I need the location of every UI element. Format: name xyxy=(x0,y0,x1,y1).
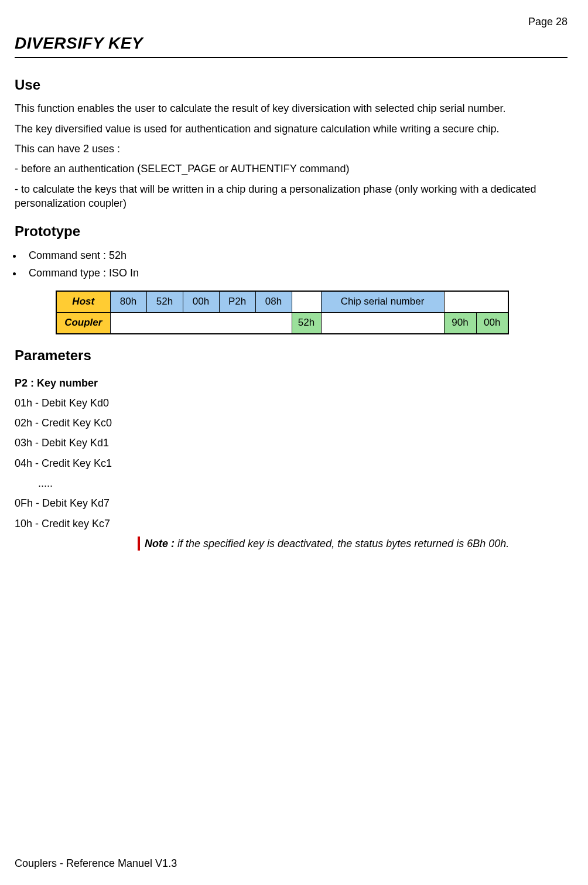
host-cell-serial: Chip serial number xyxy=(321,291,444,312)
title-underline xyxy=(15,57,568,58)
coupler-row-label: Coupler xyxy=(56,313,110,334)
host-row-label: Host xyxy=(56,291,110,312)
note-label: Note : xyxy=(145,538,177,549)
section-prototype-heading: Prototype xyxy=(15,222,568,241)
use-paragraph-2: The key diversified value is used for au… xyxy=(15,122,568,136)
protocol-table: Host 80h 52h 00h P2h 08h Chip serial num… xyxy=(56,291,568,334)
host-cell-lc: 08h xyxy=(255,291,292,312)
param-03h: 03h - Debit Key Kd1 xyxy=(15,436,568,450)
param-01h: 01h - Debit Key Kd0 xyxy=(15,396,568,410)
section-use-heading: Use xyxy=(15,76,568,94)
prototype-bullet-1: Command sent : 52h xyxy=(23,248,568,262)
coupler-cell-ack: 52h xyxy=(292,313,321,334)
page-footer: Couplers - Reference Manuel V1.3 xyxy=(15,856,177,870)
coupler-cell-sw2: 00h xyxy=(476,313,508,334)
host-cell-p2: P2h xyxy=(219,291,255,312)
host-cell-cla: 80h xyxy=(110,291,146,312)
param-10h: 10h - Credit key Kc7 xyxy=(15,517,568,531)
use-paragraph-4: - before an authentication (SELECT_PAGE … xyxy=(15,162,568,176)
page-number: Page 28 xyxy=(15,15,568,29)
host-cell-empty1 xyxy=(292,291,321,312)
prototype-bullet-2: Command type : ISO In xyxy=(23,266,568,280)
coupler-cell-empty1 xyxy=(110,313,292,334)
param-0Fh: 0Fh - Debit Key Kd7 xyxy=(15,496,568,510)
note-block: Note : if the specified key is deactivat… xyxy=(138,537,568,551)
coupler-cell-sw1: 90h xyxy=(444,313,476,334)
note-text: if the specified key is deactivated, the… xyxy=(177,538,509,549)
param-02h: 02h - Credit Key Kc0 xyxy=(15,416,568,430)
host-cell-p1: 00h xyxy=(183,291,219,312)
p2-keynumber-heading: P2 : Key number xyxy=(15,376,568,390)
use-paragraph-1: This function enables the user to calcul… xyxy=(15,101,568,115)
page-title: DIVERSIFY KEY xyxy=(15,32,568,54)
host-cell-empty2 xyxy=(444,291,508,312)
param-04h: 04h - Credit Key Kc1 xyxy=(15,456,568,470)
section-parameters-heading: Parameters xyxy=(15,346,568,365)
use-paragraph-5: - to calculate the keys that will be wri… xyxy=(15,182,568,211)
host-cell-ins: 52h xyxy=(146,291,183,312)
use-paragraph-3: This can have 2 uses : xyxy=(15,142,568,156)
param-ellipsis: ..... xyxy=(15,476,568,490)
coupler-cell-empty2 xyxy=(321,313,444,334)
